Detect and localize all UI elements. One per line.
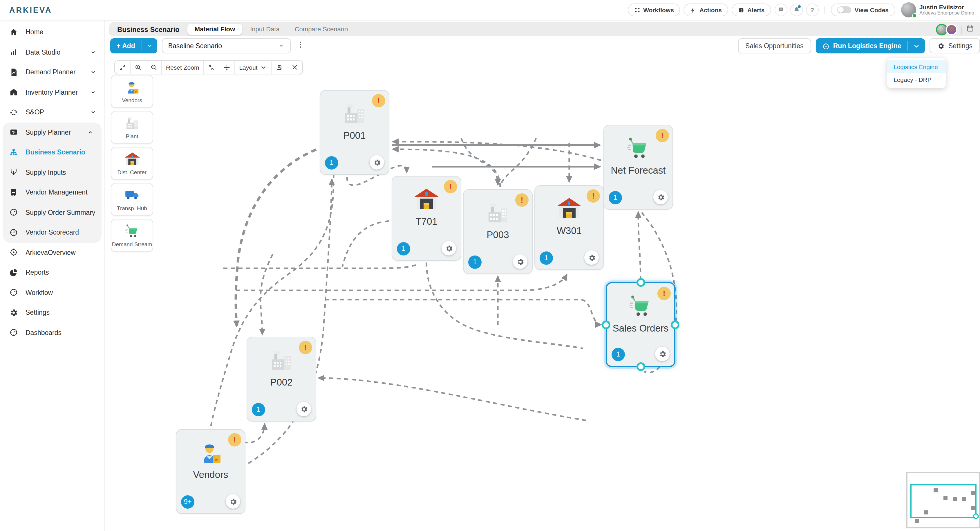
user-menu[interactable]: Justin Evilsizor Arkieva Enterprise Demo	[901, 2, 974, 18]
kebab-menu-icon[interactable]	[296, 41, 305, 51]
node-p001[interactable]: P001!1	[320, 90, 389, 175]
node-settings-button[interactable]	[442, 241, 456, 255]
orbit-icon	[9, 108, 18, 117]
run-menu-item-legacy-drp[interactable]: Legacy - DRP	[887, 73, 946, 86]
scenario-select[interactable]: Baseline Scenario	[162, 38, 291, 53]
add-button[interactable]: + Add	[110, 38, 157, 53]
sidebar-item-business-scenario[interactable]: Business Scenario	[3, 142, 102, 162]
minimap[interactable]	[906, 472, 980, 528]
actions-button[interactable]: Actions	[684, 3, 728, 16]
help-button[interactable]: ?	[806, 3, 819, 16]
sidebar-item-supply-inputs[interactable]: Supply Inputs	[3, 162, 102, 182]
bell-button[interactable]	[790, 3, 803, 16]
reset-zoom-button[interactable]: Reset Zoom	[162, 61, 204, 74]
calendar-icon[interactable]	[966, 24, 974, 35]
save-layout-button[interactable]	[271, 61, 287, 74]
settings-button[interactable]: Settings	[930, 38, 980, 53]
run-logistics-engine-button[interactable]: Run Logistics Engine	[816, 38, 925, 53]
sidebar-item-arkievaoverview[interactable]: ArkievaOverview	[0, 242, 105, 262]
node-w301[interactable]: W301!1	[535, 185, 604, 270]
selection-handle-t[interactable]	[636, 278, 645, 287]
workflows-button[interactable]: Workflows	[627, 3, 680, 16]
pan-button[interactable]	[220, 61, 235, 74]
sidebar-item-vendor-management[interactable]: Vendor Management	[3, 182, 102, 203]
count-badge: 9+	[181, 495, 194, 509]
node-salesorders[interactable]: Sales Orders!1	[606, 282, 675, 367]
close-toolbar-button[interactable]	[287, 61, 302, 74]
node-p003[interactable]: P003!1	[463, 189, 533, 274]
sidebar-item-inventory-planner[interactable]: Inventory Planner	[0, 82, 105, 102]
sidebar-item-workflow[interactable]: Workflow	[0, 282, 105, 303]
node-settings-button[interactable]	[370, 155, 384, 169]
sidebar-item-reports[interactable]: Reports	[0, 262, 105, 282]
sidebar-item-data-studio[interactable]: Data Studio	[0, 42, 105, 62]
node-netforecast[interactable]: Net Forecast!1	[603, 125, 673, 210]
layout-select[interactable]: Layout	[235, 61, 271, 74]
node-t701[interactable]: T701!1	[391, 176, 461, 261]
material-flow-canvas[interactable]: Reset Zoom Layout VendorsPlantDist. Cent…	[105, 56, 980, 531]
chevron-down-icon	[278, 42, 284, 49]
palette-item-vendors[interactable]: Vendors	[111, 75, 153, 108]
zoom-out-button[interactable]	[146, 61, 162, 74]
sidebar-item-dashboards[interactable]: Dashboards	[0, 322, 105, 343]
collaborator-avatar-2[interactable]	[946, 24, 958, 35]
fit-view-button[interactable]	[115, 61, 130, 74]
home-icon	[9, 28, 18, 37]
sales-opportunities-button[interactable]: Sales Opportunities	[738, 38, 811, 53]
run-engine-chevron-icon[interactable]	[908, 42, 925, 49]
palette-item-plant[interactable]: Plant	[111, 111, 153, 144]
tab-compare-scenario[interactable]: Compare Scenario	[288, 24, 355, 35]
alerts-button[interactable]: Alerts	[732, 3, 771, 16]
palette-item-demand-stream[interactable]: Demand Stream	[111, 219, 153, 252]
node-settings-button[interactable]	[584, 250, 599, 265]
sidebar-item-supply-order-summary[interactable]: Supply Order Summary	[3, 203, 102, 222]
node-settings-button[interactable]	[296, 402, 311, 416]
run-engine-menu: Logistics EngineLegacy - DRP	[887, 58, 946, 88]
sidebar-item-supply-planner[interactable]: Supply Planner	[3, 122, 102, 142]
node-settings-button[interactable]	[655, 347, 670, 361]
comment-button[interactable]	[775, 3, 788, 16]
node-vendors[interactable]: Vendors!9+	[176, 429, 245, 514]
node-p002[interactable]: P002!1	[247, 337, 316, 421]
sidebar-item-home[interactable]: Home	[0, 22, 105, 42]
palette-item-transp-hub[interactable]: Transp. Hub	[111, 183, 153, 216]
header-icon-buttons: ?	[775, 3, 819, 16]
selection-handle-b[interactable]	[636, 362, 645, 371]
flow-edge	[236, 275, 567, 290]
gauge-icon	[9, 228, 18, 237]
avatar[interactable]	[901, 2, 916, 18]
gauge-icon	[9, 208, 18, 217]
warning-badge: !	[655, 129, 669, 142]
collapse-button[interactable]	[204, 61, 220, 74]
flow-edge	[501, 138, 536, 183]
minimap-resize-handle[interactable]	[973, 513, 979, 519]
app-window: ARKIEVA WorkflowsActionsAlerts ? View Co…	[0, 0, 980, 531]
minimap-viewport[interactable]	[910, 484, 977, 518]
chevron-down-icon	[89, 49, 97, 55]
tab-input-data[interactable]: Input Data	[243, 24, 286, 35]
sidebar-item-vendor-scorecard[interactable]: Vendor Scorecard	[3, 222, 102, 242]
view-codes-toggle[interactable]: View Codes	[831, 3, 895, 16]
selection-handle-l[interactable]	[602, 320, 610, 329]
node-settings-button[interactable]	[226, 494, 240, 509]
palette-item-dist-center[interactable]: Dist. Center	[111, 147, 153, 180]
flow-edge	[236, 146, 325, 326]
toggle-switch[interactable]	[837, 6, 851, 13]
header-actions: WorkflowsActionsAlerts ? View Codes Just…	[627, 2, 974, 18]
bars-icon	[9, 48, 18, 57]
selection-handle-r[interactable]	[671, 320, 679, 329]
scenario-toolbar: + Add Baseline Scenario Sales Opportunit…	[105, 36, 980, 56]
sidebar-item-settings[interactable]: Settings	[0, 303, 105, 322]
arkieva-logo: ARKIEVA	[9, 5, 52, 14]
node-settings-button[interactable]	[653, 190, 668, 204]
sidebar-item-s-op[interactable]: S&OP	[0, 102, 105, 122]
pie-icon	[9, 268, 18, 277]
node-settings-button[interactable]	[513, 254, 527, 269]
add-button-label[interactable]: + Add	[110, 42, 142, 49]
add-dropdown-chevron-icon[interactable]	[142, 43, 157, 49]
sidebar-item-demand-planner[interactable]: Demand Planner	[0, 62, 105, 82]
zoom-in-button[interactable]	[130, 61, 146, 74]
vendor-icon	[198, 441, 223, 467]
tab-material-flow[interactable]: Material Flow	[188, 24, 242, 35]
run-menu-item-logistics-engine[interactable]: Logistics Engine	[887, 61, 946, 73]
